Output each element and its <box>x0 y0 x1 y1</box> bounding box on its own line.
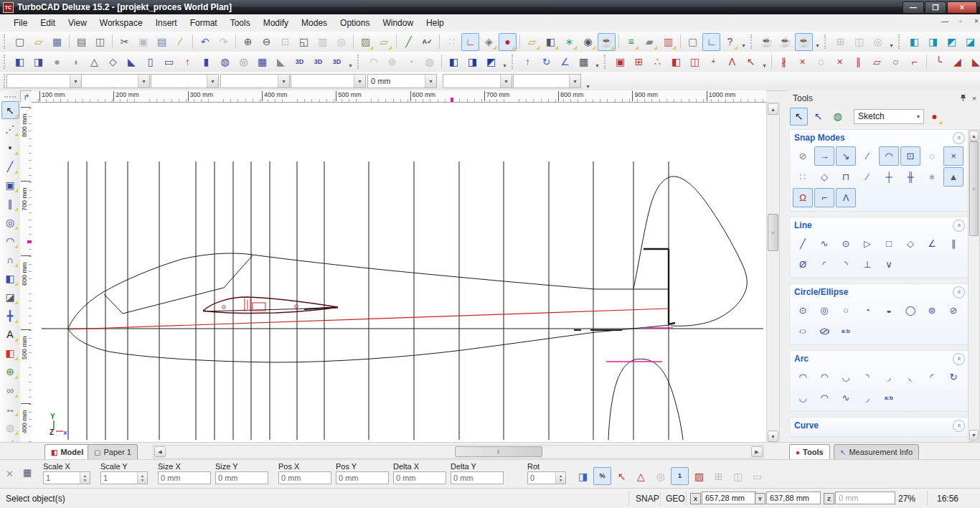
hscroll-thumb[interactable]: ⦀ <box>455 446 542 457</box>
arc-fixed-ratio-icon[interactable]: a:b <box>879 388 899 408</box>
circle-tangent-two-icon[interactable]: ◯ <box>900 301 920 320</box>
snap-face-icon[interactable]: ◇ <box>814 167 834 187</box>
open-palette-icon[interactable]: ▱ <box>375 33 393 51</box>
cylinder-icon[interactable]: ▯ <box>141 53 159 71</box>
arc-center-radius-icon[interactable]: ◠ <box>793 367 813 387</box>
expand-grid-icon[interactable]: ⊞ <box>710 467 727 485</box>
line-multiline-icon[interactable]: ∿ <box>814 234 834 253</box>
stretch-mode-icon[interactable]: ◫ <box>729 467 747 485</box>
zoom-level[interactable]: 27% <box>898 494 915 504</box>
spinner-icon[interactable]: ▲▼ <box>555 472 565 484</box>
snap-middle-icon[interactable]: ┼ <box>879 167 899 187</box>
collapse-icon[interactable]: « <box>953 420 965 432</box>
hemisphere-icon[interactable]: ◖ <box>67 53 85 71</box>
line-tangent-from-arc-icon[interactable]: ◜ <box>814 255 834 274</box>
snap-grid-toggle-icon[interactable]: ∷ <box>443 33 461 51</box>
slab-icon[interactable]: ▭ <box>160 53 178 71</box>
box-3d-icon[interactable]: ◧ <box>1 269 19 287</box>
format-bucket-icon[interactable]: ● <box>925 108 943 126</box>
zoom-window-icon[interactable]: ⊡ <box>276 33 294 51</box>
help-book-icon[interactable]: ? <box>721 33 739 51</box>
zoom-out-icon[interactable]: ⊖ <box>258 33 275 51</box>
stretch-sheet-icon[interactable]: ▱ <box>868 53 886 71</box>
menu-file[interactable]: File <box>7 16 34 30</box>
warning-icon[interactable]: △ <box>632 467 650 485</box>
field-input[interactable]: 1▲▼ <box>100 471 148 484</box>
line-tangent-to-arc-icon[interactable]: Ø <box>793 255 813 274</box>
arc-start-end-icon[interactable]: ◡ <box>836 367 856 387</box>
field-input[interactable]: 0 mm <box>451 471 504 484</box>
fill-toggle-icon[interactable]: ● <box>499 33 517 51</box>
symbol-icon[interactable]: ◎ <box>869 33 887 51</box>
line-tangent-two-arcs-icon[interactable]: ◝ <box>836 255 856 274</box>
menu-window[interactable]: Window <box>376 16 420 30</box>
copy-icon[interactable]: ▣ <box>134 33 152 51</box>
menu-tools[interactable]: Tools <box>224 16 257 30</box>
array-rectangular-icon[interactable]: ⊞ <box>630 53 648 71</box>
angle-reference-icon[interactable]: ∠ <box>556 53 574 71</box>
boolean-intersect-icon[interactable]: ◩ <box>482 53 500 71</box>
colors-icon[interactable]: ▥ <box>659 33 677 51</box>
arc-elliptical-icon[interactable]: ↻ <box>943 367 963 387</box>
toolbar-grip[interactable] <box>4 55 8 69</box>
line-icon[interactable]: ╱ <box>1 157 19 175</box>
canvas-vscrollbar[interactable]: ▲ ≡ ▼ <box>766 102 780 443</box>
snap-ortho-icon[interactable]: ⌐ <box>814 188 834 207</box>
dome-concentric-icon[interactable]: ⊚ <box>383 53 401 71</box>
field-input[interactable]: 1▲▼ <box>43 471 90 484</box>
toolbar-grip[interactable] <box>750 34 755 49</box>
toolbar-overflow-icon[interactable]: ▾ <box>593 52 601 71</box>
intersect-lines-icon[interactable]: × <box>831 53 849 71</box>
snap-radial-icon[interactable]: ∗ <box>922 167 942 187</box>
snap-angular-icon[interactable]: Λ <box>836 188 856 207</box>
camera-icon[interactable]: ◉ <box>579 33 597 51</box>
toolbar-grip[interactable] <box>4 34 8 49</box>
render-blob-icon[interactable]: ◍ <box>1 418 19 436</box>
vscroll-thumb[interactable]: ≡ <box>768 214 778 251</box>
arc-tangent-point-icon[interactable]: ◡ <box>793 388 813 408</box>
property-combo-5[interactable]: ▾ <box>291 74 366 88</box>
snap-tangent-icon[interactable]: ∕ <box>857 167 877 187</box>
box-icon[interactable]: ◧ <box>11 53 29 71</box>
cut-icon[interactable]: ✂ <box>116 33 133 51</box>
ortho-toggle-icon[interactable]: ∟ <box>461 33 479 51</box>
circle-three-point-icon[interactable]: ◔ <box>857 301 877 320</box>
line-branch-icon[interactable]: ∨ <box>879 255 899 274</box>
minimize-button[interactable]: — <box>903 1 924 14</box>
toolbar-grip[interactable] <box>604 55 608 69</box>
menu-workspace[interactable]: Workspace <box>93 16 149 30</box>
drawing-canvas[interactable]: Y Z × <box>32 102 766 443</box>
dimension-icon[interactable]: ↔ <box>1 400 19 418</box>
link-icon[interactable]: ∞ <box>1 381 19 399</box>
move-icon[interactable]: ╋ <box>1 306 19 324</box>
hatch-sphere-icon[interactable]: ◍ <box>420 53 438 71</box>
format-fill-icon[interactable]: ◧ <box>1 344 19 362</box>
menu-modify[interactable]: Modify <box>257 16 295 30</box>
property-combo-4[interactable]: ▾ <box>220 74 290 88</box>
field-input[interactable]: 0 mm <box>278 471 331 484</box>
cone-icon[interactable]: △ <box>85 53 103 71</box>
group-icon[interactable]: ⊞ <box>831 33 849 51</box>
chamfer-vertex-icon[interactable]: ◣ <box>967 53 980 71</box>
view-iso-icon[interactable]: ◧ <box>905 33 923 51</box>
arc-3-2-1-icon[interactable]: ◟ <box>900 367 920 387</box>
pick-tool-icon[interactable]: ◨ <box>574 467 592 485</box>
format-painter-icon[interactable]: ⁄ <box>171 33 189 51</box>
save-icon[interactable]: ▦ <box>48 33 66 51</box>
toolbar-overflow-icon[interactable]: ▾ <box>887 32 895 51</box>
arc-tangent-line-icon[interactable]: ◠ <box>814 388 834 408</box>
inspector-close-icon[interactable]: ✕ <box>6 469 14 479</box>
menu-edit[interactable]: Edit <box>34 16 62 30</box>
rectangle-icon[interactable]: ▣ <box>1 176 19 194</box>
scroll-up-icon[interactable]: ▲ <box>768 103 778 115</box>
extrude-icon[interactable]: ↑ <box>179 53 197 71</box>
palette-close-icon[interactable]: × <box>969 94 980 103</box>
ellipse-rotated-icon[interactable]: ⊘ <box>814 321 834 341</box>
point-icon[interactable]: • <box>1 138 19 156</box>
distort-mode-icon[interactable]: ▭ <box>748 467 766 485</box>
snap-toggle[interactable]: SNAP <box>636 494 659 504</box>
new-icon[interactable]: ▢ <box>11 33 29 51</box>
print-icon[interactable]: ▤ <box>72 33 90 51</box>
snap-none-icon[interactable]: ⊘ <box>793 146 813 166</box>
axis-y-icon[interactable]: Y <box>755 493 765 504</box>
